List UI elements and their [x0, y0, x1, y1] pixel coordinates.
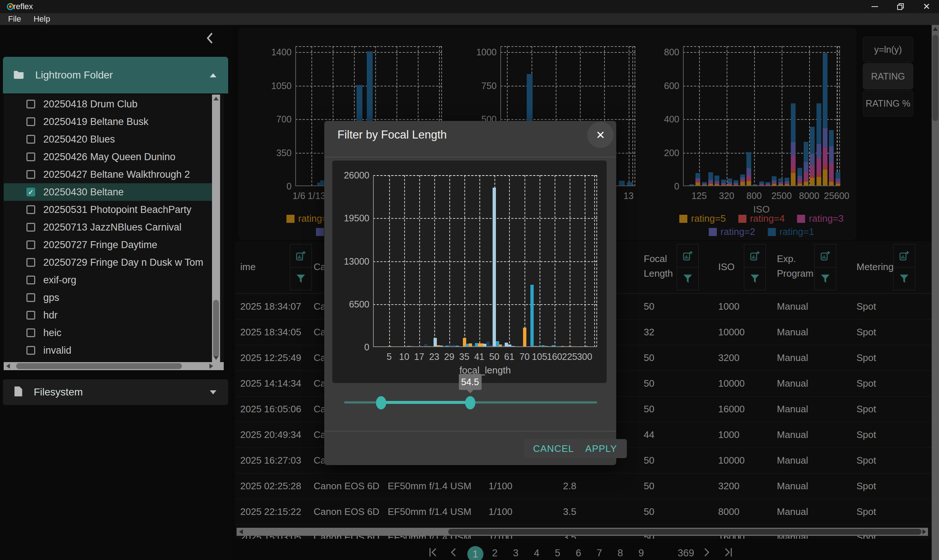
- folder-list-item[interactable]: 20250426 May Queen Dunino: [4, 148, 212, 166]
- folder-label: hdr: [43, 310, 58, 321]
- minimize-button[interactable]: [864, 0, 886, 13]
- folder-list-item[interactable]: 20250729 Fringe Day n Dusk w Tom: [4, 254, 212, 271]
- y-axis: [373, 175, 374, 347]
- slider-active-track[interactable]: [381, 401, 470, 404]
- folder-list-item[interactable]: ✓20250430 Beltane: [4, 183, 212, 201]
- bar: [534, 346, 537, 346]
- bar: [548, 346, 551, 346]
- bar: [537, 346, 541, 346]
- vscroll-thumb[interactable]: [213, 300, 219, 358]
- folder-list-item[interactable]: invalid: [4, 342, 212, 359]
- scroll-down-icon[interactable]: [213, 356, 219, 360]
- menu-item-file[interactable]: File: [8, 14, 21, 24]
- folder-label: 20250419 Beltane Busk: [43, 116, 148, 128]
- bar: [569, 346, 572, 346]
- bar: [573, 346, 576, 346]
- folder-list-item[interactable]: exif-org: [4, 271, 212, 289]
- folder-list-hscrollbar[interactable]: [4, 362, 224, 370]
- maximize-button[interactable]: [890, 0, 911, 13]
- gridline: [434, 175, 435, 347]
- folder-list-item[interactable]: hdr: [4, 306, 212, 324]
- folder-list-item[interactable]: 20250727 Fringe Daytime: [4, 236, 212, 254]
- bar: [427, 346, 431, 346]
- folder-checkbox[interactable]: [26, 293, 35, 302]
- folder-list-item[interactable]: 20250418 Drum Club: [4, 95, 212, 113]
- x-axis-tick-label: 35: [459, 351, 470, 362]
- x-axis: [373, 346, 597, 347]
- sidebar-section-lightroom-folder[interactable]: Lightroom Folder: [3, 57, 228, 94]
- bar: [388, 346, 392, 346]
- y-axis-tick-label: 19500: [336, 213, 369, 223]
- scroll-right-icon[interactable]: [210, 363, 213, 369]
- sidebar-section-label: Lightroom Folder: [35, 69, 113, 81]
- folder-checkbox[interactable]: ✓: [26, 188, 35, 197]
- gridline: [524, 175, 525, 347]
- focal-length-histogram: 2600019500130006500051017232935415061701…: [332, 160, 607, 383]
- dialog-close-button[interactable]: ✕: [587, 122, 614, 148]
- folder-checkbox[interactable]: [26, 170, 35, 179]
- folder-label: exif-org: [43, 274, 76, 286]
- folder-checkbox[interactable]: [26, 258, 35, 267]
- gridline: [480, 175, 480, 347]
- x-axis-tick-label: 50: [489, 351, 500, 362]
- slider-handle-low[interactable]: [376, 396, 386, 409]
- y-axis-tick-label: 26000: [336, 170, 369, 181]
- gridline: [509, 175, 510, 347]
- sidebar-section-filesystem[interactable]: Filesystem: [3, 379, 228, 405]
- folder-checkbox[interactable]: [26, 328, 35, 337]
- x-axis-tick-label: 70: [520, 351, 530, 362]
- slider-handle-high[interactable]: [465, 396, 475, 409]
- menu-bar: FileHelp: [0, 13, 939, 25]
- scroll-up-icon[interactable]: [213, 97, 219, 100]
- folder-list-item[interactable]: heic: [4, 324, 212, 342]
- folder-checkbox[interactable]: [26, 311, 35, 320]
- folder-list-item[interactable]: 20250419 Beltane Busk: [4, 113, 212, 131]
- folder-icon: [13, 70, 24, 80]
- folder-checkbox[interactable]: [26, 117, 35, 126]
- sidebar-collapse-icon[interactable]: [204, 31, 217, 47]
- x-axis-tick-label: 41: [474, 351, 484, 362]
- chevron-up-icon[interactable]: [210, 73, 216, 77]
- bar: [493, 188, 496, 346]
- gridline: [585, 175, 585, 347]
- folder-list-item[interactable]: gps: [4, 289, 212, 306]
- chevron-down-icon[interactable]: [210, 390, 216, 394]
- sidebar: Lightroom Folder 20250418 Drum Club20250…: [0, 25, 231, 560]
- sidebar-section-label: Filesystem: [34, 386, 83, 398]
- focal-length-range-slider[interactable]: [344, 396, 597, 409]
- apply-button[interactable]: APPLY: [575, 439, 627, 458]
- filter-dialog: Filter by Focal Length ✕ 260001950013000…: [324, 121, 616, 465]
- folder-checkbox[interactable]: [26, 135, 35, 144]
- bar: [584, 346, 587, 346]
- hscroll-thumb[interactable]: [16, 363, 182, 369]
- folder-checkbox[interactable]: [26, 346, 35, 355]
- close-window-button[interactable]: ✕: [916, 0, 937, 13]
- folder-checkbox[interactable]: [26, 223, 35, 232]
- bar: [552, 345, 555, 346]
- bar: [511, 346, 515, 346]
- folder-list-item[interactable]: 20250531 Photopoint BeachParty: [4, 201, 212, 218]
- bar: [489, 345, 492, 347]
- folder-checkbox[interactable]: [26, 275, 35, 285]
- gridline: [555, 175, 555, 347]
- folder-checkbox[interactable]: [26, 240, 35, 249]
- folder-checkbox[interactable]: [26, 100, 35, 108]
- folder-label: invalid: [43, 345, 71, 356]
- folder-list-item[interactable]: 20250427 Beltane Walkthrough 2: [4, 166, 212, 183]
- bar: [530, 285, 534, 346]
- gridline: [373, 304, 597, 305]
- app-window: reflex ✕ FileHelp Lightroom Folder 20250…: [0, 0, 939, 560]
- folder-label: 20250430 Beltane: [43, 186, 123, 198]
- folder-list-item[interactable]: 20250713 JazzNBlues Carnival: [4, 218, 212, 236]
- folder-list-vscrollbar[interactable]: [212, 95, 220, 362]
- slider-value-tooltip: 54.5: [459, 374, 482, 390]
- folder-checkbox[interactable]: [26, 205, 35, 214]
- scroll-left-icon[interactable]: [6, 363, 10, 369]
- window-title: reflex: [13, 2, 33, 11]
- menu-item-help[interactable]: Help: [33, 14, 50, 24]
- folder-checkbox[interactable]: [26, 152, 35, 161]
- cancel-button[interactable]: CANCEL: [524, 439, 583, 458]
- bar: [445, 346, 449, 346]
- folder-list-item[interactable]: 20250420 Blues: [4, 131, 212, 148]
- bar: [541, 345, 545, 346]
